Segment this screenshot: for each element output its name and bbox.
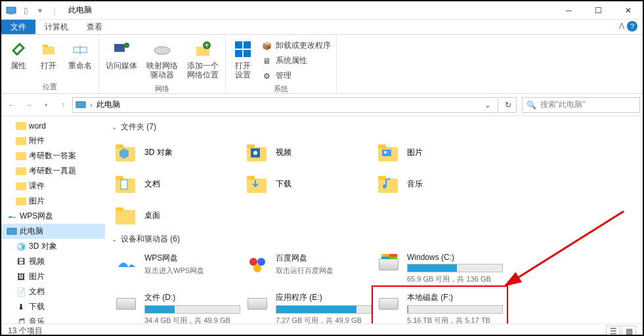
- uninstall-programs-button[interactable]: 📦卸载或更改程序: [259, 39, 333, 52]
- tree-item[interactable]: 🎵音乐: [1, 314, 105, 324]
- folder-icon: [377, 172, 400, 196]
- tab-view[interactable]: 查看: [77, 20, 112, 34]
- tree-item[interactable]: 图片: [1, 194, 105, 209]
- tree-item[interactable]: 课件: [1, 178, 105, 194]
- folder-icon: [246, 172, 269, 196]
- open-settings-button[interactable]: 打开 设置: [228, 36, 257, 83]
- tree-item-icon: 🎞: [16, 257, 26, 267]
- tab-file[interactable]: 文件: [1, 20, 35, 34]
- up-button[interactable]: ↑: [55, 97, 71, 113]
- qat-item[interactable]: ▾: [34, 5, 46, 16]
- tree-item-icon: [16, 181, 26, 192]
- icons-view-button[interactable]: ▦: [622, 326, 636, 337]
- usage-bar: [407, 264, 503, 272]
- usage-bar: [276, 305, 372, 314]
- drive-icon: [246, 292, 269, 316]
- properties-button[interactable]: 属性: [4, 36, 33, 73]
- folder-item[interactable]: 桌面: [112, 200, 243, 231]
- svg-rect-6: [114, 44, 125, 52]
- tree-item[interactable]: WPS网盘: [1, 209, 105, 224]
- breadcrumb[interactable]: 此电脑: [97, 99, 120, 110]
- tab-computer[interactable]: 计算机: [35, 20, 77, 34]
- access-media-button[interactable]: 访问媒体: [102, 36, 141, 73]
- open-button[interactable]: 打开: [34, 36, 63, 73]
- tree-item-icon: [16, 121, 26, 131]
- drives-group-header[interactable]: ⌄设备和驱动器 (6): [112, 234, 636, 245]
- drive-item[interactable]: 文件 (D:)34.4 GB 可用，共 49.9 GB: [112, 288, 243, 324]
- drive-label: WPS网盘: [144, 253, 240, 264]
- folder-icon: [114, 172, 138, 196]
- tree-item-icon: 🧊: [16, 242, 26, 252]
- svg-rect-21: [247, 144, 255, 148]
- tree-item-icon: [16, 166, 26, 177]
- address-box[interactable]: › 此电脑 ⌄: [72, 97, 498, 113]
- drive-label: 应用程序 (E:): [276, 292, 372, 303]
- folder-item[interactable]: 音乐: [374, 168, 505, 200]
- details-view-button[interactable]: ☰: [606, 326, 620, 337]
- drive-label: 百度网盘: [276, 253, 372, 264]
- tree-item[interactable]: 🧊3D 对象: [1, 239, 105, 254]
- drive-item[interactable]: 应用程序 (E:)7.27 GB 可用，共 49.9 GB: [243, 288, 374, 324]
- close-button[interactable]: ✕: [613, 1, 643, 20]
- tree-item-label: WPS网盘: [20, 211, 53, 222]
- tree-item[interactable]: 🎞视频: [1, 254, 105, 269]
- add-network-location-button[interactable]: +添加一个 网络位置: [183, 36, 223, 83]
- minimize-button[interactable]: ─: [554, 1, 584, 20]
- content-pane[interactable]: ⌄文件夹 (7) 3D 对象视频图片文档下载音乐桌面 ⌄设备和驱动器 (6) W…: [105, 116, 643, 324]
- folder-item[interactable]: 视频: [243, 136, 374, 168]
- rename-button[interactable]: 重命名: [64, 36, 96, 73]
- tree-item-icon: 🎵: [16, 317, 26, 324]
- drive-label: 文件 (D:): [144, 292, 240, 303]
- help-icon[interactable]: ?: [627, 21, 637, 32]
- folder-item[interactable]: 3D 对象: [112, 136, 243, 168]
- item-count: 13 个项目: [8, 326, 43, 336]
- drive-subtext: 双击运行百度网盘: [276, 266, 372, 276]
- folder-item[interactable]: 文档: [112, 168, 243, 200]
- drive-icon: [114, 253, 138, 276]
- svg-point-39: [257, 258, 265, 266]
- manage-button[interactable]: ⚙管理: [259, 69, 333, 83]
- back-button[interactable]: ←: [4, 97, 20, 113]
- folder-label: 图片: [407, 147, 423, 158]
- drive-subtext: 34.4 GB 可用，共 49.9 GB: [144, 316, 240, 324]
- folder-icon: [246, 140, 269, 164]
- svg-rect-3: [43, 45, 48, 47]
- refresh-button[interactable]: ↻: [500, 97, 517, 113]
- nav-tree[interactable]: word附件考研数一答案考研数一真题课件图片WPS网盘此电脑🧊3D 对象🎞视频🖼…: [1, 116, 105, 324]
- recent-dropdown[interactable]: ▾: [38, 97, 54, 113]
- svg-rect-14: [235, 50, 242, 57]
- drive-subtext: 双击进入WPS网盘: [144, 266, 240, 276]
- system-properties-button[interactable]: 🖥系统属性: [259, 54, 333, 68]
- drive-subtext: 7.27 GB 可用，共 49.9 GB: [276, 316, 372, 324]
- tree-item-label: 视频: [29, 256, 45, 267]
- collapse-ribbon-icon[interactable]: ᐱ: [619, 22, 624, 31]
- tree-item[interactable]: 考研数一答案: [1, 148, 105, 163]
- tree-item-icon: ⬇: [16, 302, 26, 312]
- folder-item[interactable]: 图片: [374, 136, 505, 168]
- folder-icon: [114, 140, 138, 164]
- drive-item[interactable]: Windows (C:)65.9 GB 可用，共 136 GB: [374, 249, 505, 288]
- usage-bar: [144, 305, 240, 314]
- tree-item[interactable]: 此电脑: [1, 224, 105, 239]
- forward-button[interactable]: →: [21, 97, 37, 113]
- tree-item-icon: [16, 151, 26, 161]
- drive-item[interactable]: WPS网盘双击进入WPS网盘: [112, 249, 243, 288]
- tree-item[interactable]: 附件: [1, 133, 105, 148]
- address-dropdown-icon[interactable]: ⌄: [481, 100, 495, 110]
- drive-item[interactable]: 百度网盘双击运行百度网盘: [243, 249, 374, 288]
- svg-rect-12: [235, 41, 242, 49]
- tree-item[interactable]: 🖼图片: [1, 269, 105, 284]
- folder-item[interactable]: 下载: [243, 168, 374, 200]
- qat-item[interactable]: ▯: [20, 5, 32, 16]
- tree-item[interactable]: word: [1, 119, 105, 133]
- tree-item[interactable]: 考研数一真题: [1, 163, 105, 178]
- pc-icon: [5, 5, 17, 16]
- folders-group-header[interactable]: ⌄文件夹 (7): [112, 121, 636, 133]
- svg-rect-26: [382, 150, 391, 156]
- tree-item[interactable]: ⬇下载: [1, 299, 105, 314]
- tree-item-label: 课件: [29, 180, 45, 192]
- maximize-button[interactable]: ☐: [584, 1, 613, 20]
- search-input[interactable]: 🔍 搜索"此电脑": [522, 97, 640, 113]
- map-network-drive-button[interactable]: 映射网络 驱动器: [142, 36, 182, 83]
- tree-item[interactable]: 📄文档: [1, 284, 105, 299]
